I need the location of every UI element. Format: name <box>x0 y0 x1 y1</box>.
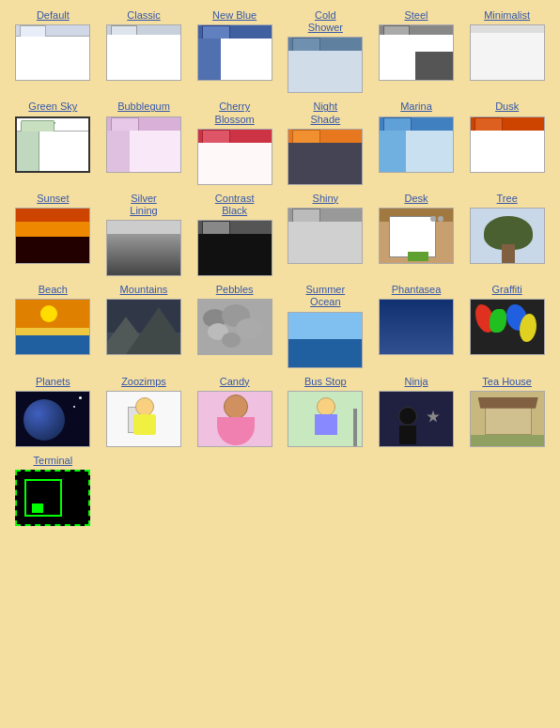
theme-nightshade[interactable]: Night Shade <box>282 101 369 184</box>
theme-busstop[interactable]: Bus Stop <box>282 376 369 447</box>
theme-marina[interactable]: Marina <box>373 101 460 172</box>
theme-classic[interactable]: Classic <box>101 9 188 81</box>
theme-desk[interactable]: Desk <box>373 193 460 264</box>
theme-beach[interactable]: Beach <box>9 284 97 355</box>
theme-minimalist[interactable]: Minimalist <box>463 9 551 81</box>
theme-coldshower[interactable]: Cold Shower <box>282 9 369 93</box>
theme-terminal[interactable]: Terminal <box>9 455 97 526</box>
theme-zoozimps[interactable]: Zoozimps <box>101 376 188 447</box>
theme-planets[interactable]: Planets <box>9 376 97 447</box>
theme-tree[interactable]: Tree <box>463 193 551 264</box>
theme-default[interactable]: Default <box>9 9 97 81</box>
theme-newblue[interactable]: New Blue <box>191 9 278 81</box>
theme-contrastblack[interactable]: Contrast Black <box>191 193 278 276</box>
theme-silverlining[interactable]: Silver Lining <box>101 193 188 276</box>
theme-pebbles[interactable]: Pebbles <box>191 284 278 355</box>
theme-ninja[interactable]: Ninja <box>373 376 460 447</box>
theme-bubblegum[interactable]: Bubblegum <box>101 101 188 172</box>
theme-shiny[interactable]: Shiny <box>282 193 369 264</box>
theme-grid: Default Classic New Blue Cold Shower Ste… <box>9 9 551 526</box>
theme-phantasea[interactable]: Phantasea <box>373 284 460 355</box>
theme-graffiti[interactable]: Graffiti <box>463 284 551 355</box>
theme-greensky[interactable]: Green Sky Green Sky <box>9 101 97 172</box>
theme-dusk[interactable]: Dusk <box>463 101 551 172</box>
theme-mountains[interactable]: Mountains <box>101 284 188 355</box>
theme-summerocean[interactable]: Summer Ocean <box>282 284 369 367</box>
theme-cherry[interactable]: Cherry Blossom <box>191 101 278 184</box>
theme-steel[interactable]: Steel <box>373 9 460 81</box>
theme-candy[interactable]: Candy <box>191 376 278 447</box>
theme-teahouse[interactable]: Tea House <box>463 376 551 447</box>
theme-sunset[interactable]: Sunset <box>9 193 97 264</box>
